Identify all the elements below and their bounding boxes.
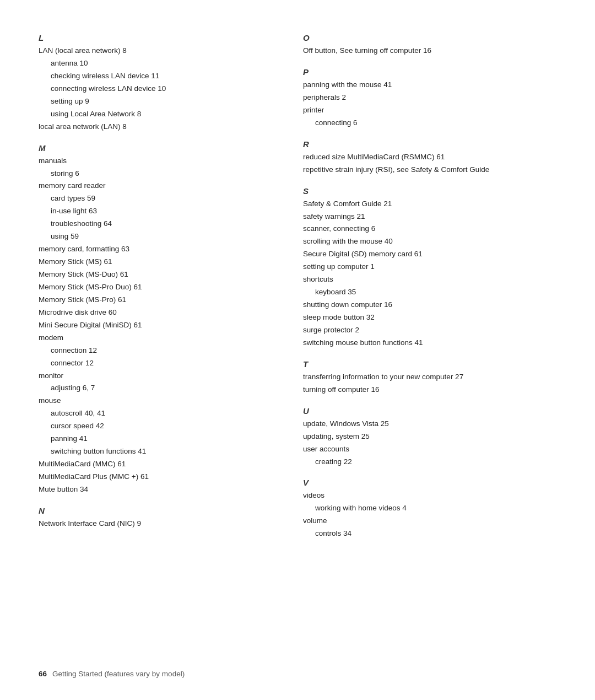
index-entry: Memory Stick (MS-Pro Duo) 61	[39, 281, 281, 294]
index-entry: memory card reader	[39, 180, 281, 192]
section-letter: T	[303, 359, 556, 369]
index-entry: cursor speed 42	[39, 420, 281, 433]
index-entry: surge protector 2	[303, 324, 556, 337]
index-entry: Memory Stick (MS-Pro) 61	[39, 294, 281, 306]
index-entry: manuals	[39, 155, 281, 168]
index-entry: keyboard 35	[303, 286, 556, 299]
index-entry: switching button functions 41	[39, 445, 281, 458]
section-letter: V	[303, 478, 556, 487]
index-entry: MultiMediaCard (MMC) 61	[39, 458, 281, 471]
index-section-v: Vvideosworking with home videos 4volumec…	[303, 478, 556, 540]
section-letter: R	[303, 139, 556, 149]
footer: 66 Getting Started (features vary by mod…	[39, 670, 185, 678]
section-letter: L	[39, 33, 281, 42]
index-entry: reduced size MultiMediaCard (RSMMC) 61	[303, 151, 556, 164]
index-section-m: Mmanualsstoring 6memory card readercard …	[39, 143, 281, 496]
index-entry: Network Interface Card (NIC) 9	[39, 518, 281, 530]
index-entry: updating, system 25	[303, 430, 556, 443]
index-entry: mouse	[39, 395, 281, 407]
index-entry: transferring information to your new com…	[303, 371, 556, 384]
index-entry: MultiMediaCard Plus (MMC +) 61	[39, 471, 281, 483]
index-entry: local area network (LAN) 8	[39, 121, 281, 133]
section-letter: P	[303, 67, 556, 77]
page: LLAN (local area network) 8antenna 10che…	[0, 0, 595, 594]
index-entry: Secure Digital (SD) memory card 61	[303, 248, 556, 261]
index-entry: shutting down computer 16	[303, 299, 556, 311]
index-entry: troubleshooting 64	[39, 218, 281, 230]
index-section-r: Rreduced size MultiMediaCard (RSMMC) 61r…	[303, 139, 556, 176]
index-entry: shortcuts	[303, 273, 556, 286]
left-column: LLAN (local area network) 8antenna 10che…	[39, 33, 298, 550]
index-entry: using 59	[39, 230, 281, 243]
index-entry: connecting wireless LAN device 10	[39, 83, 281, 95]
index-entry: autoscroll 40, 41	[39, 407, 281, 420]
index-entry: in-use light 63	[39, 205, 281, 218]
index-entry: setting up computer 1	[303, 261, 556, 273]
section-letter: N	[39, 506, 281, 515]
index-entry: scrolling with the mouse 40	[303, 235, 556, 248]
index-entry: LAN (local area network) 8	[39, 45, 281, 57]
page-number: 66	[39, 670, 47, 678]
index-entry: Safety & Comfort Guide 21	[303, 198, 556, 211]
index-entry: Mute button 34	[39, 483, 281, 496]
index-entry: creating 22	[303, 456, 556, 469]
section-letter: S	[303, 186, 556, 196]
index-entry: switching mouse button functions 41	[303, 337, 556, 349]
index-entry: videos	[303, 489, 556, 502]
index-entry: connector 12	[39, 357, 281, 370]
section-letter: O	[303, 33, 556, 42]
index-section-s: SSafety & Comfort Guide 21safety warning…	[303, 186, 556, 349]
index-entry: using Local Area Network 8	[39, 108, 281, 121]
columns: LLAN (local area network) 8antenna 10che…	[39, 33, 556, 550]
right-column: OOff button, See turning off computer 16…	[298, 33, 556, 550]
index-entry: Microdrive disk drive 60	[39, 306, 281, 319]
index-section-p: Ppanning with the mouse 41peripherals 2p…	[303, 67, 556, 130]
index-entry: printer	[303, 104, 556, 117]
section-letter: U	[303, 406, 556, 416]
index-section-u: Uupdate, Windows Vista 25updating, syste…	[303, 406, 556, 469]
footer-text: Getting Started (features vary by model)	[52, 670, 185, 678]
index-entry: sleep mode button 32	[303, 311, 556, 324]
index-entry: modem	[39, 332, 281, 344]
index-entry: Mini Secure Digital (MiniSD) 61	[39, 319, 281, 332]
section-letter: M	[39, 143, 281, 153]
index-entry: scanner, connecting 6	[303, 223, 556, 235]
index-entry: setting up 9	[39, 95, 281, 108]
index-section-t: Ttransferring information to your new co…	[303, 359, 556, 396]
index-entry: adjusting 6, 7	[39, 382, 281, 395]
index-entry: working with home videos 4	[303, 502, 556, 515]
index-entry: Memory Stick (MS-Duo) 61	[39, 268, 281, 281]
index-entry: Off button, See turning off computer 16	[303, 45, 556, 57]
index-entry: safety warnings 21	[303, 211, 556, 223]
index-entry: card types 59	[39, 192, 281, 205]
index-entry: controls 34	[303, 527, 556, 540]
index-entry: storing 6	[39, 168, 281, 180]
index-entry: monitor	[39, 370, 281, 383]
index-entry: panning 41	[39, 433, 281, 445]
index-entry: turning off computer 16	[303, 384, 556, 396]
index-entry: connection 12	[39, 344, 281, 357]
index-entry: repetitive strain injury (RSI), see Safe…	[303, 164, 556, 176]
index-section-n: NNetwork Interface Card (NIC) 9	[39, 506, 281, 530]
index-entry: antenna 10	[39, 57, 281, 70]
index-entry: volume	[303, 515, 556, 527]
index-entry: connecting 6	[303, 117, 556, 130]
index-section-l: LLAN (local area network) 8antenna 10che…	[39, 33, 281, 133]
index-entry: memory card, formatting 63	[39, 243, 281, 256]
index-entry: update, Windows Vista 25	[303, 418, 556, 430]
index-section-o: OOff button, See turning off computer 16	[303, 33, 556, 57]
index-entry: peripherals 2	[303, 91, 556, 104]
index-entry: checking wireless LAN device 11	[39, 70, 281, 83]
index-entry: user accounts	[303, 443, 556, 456]
index-entry: panning with the mouse 41	[303, 79, 556, 91]
index-entry: Memory Stick (MS) 61	[39, 256, 281, 268]
